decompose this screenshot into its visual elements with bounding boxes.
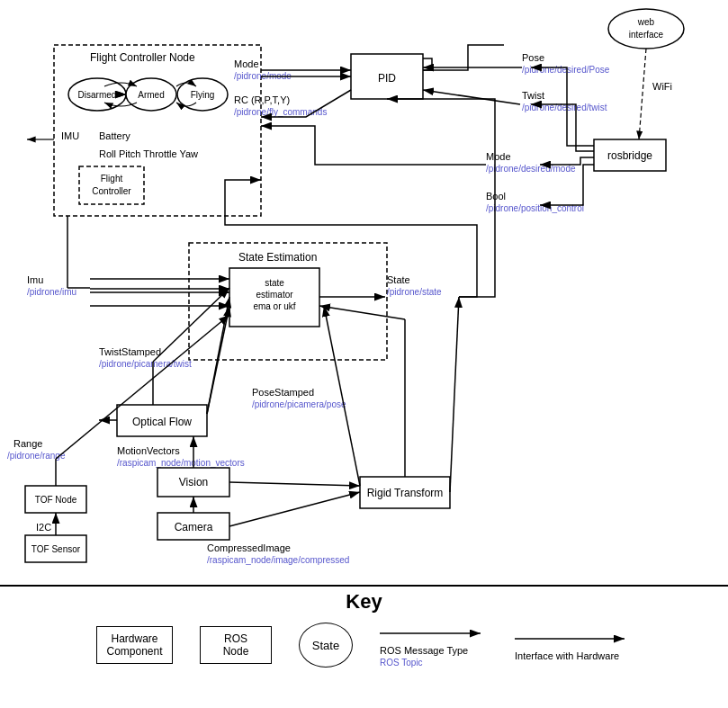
key-interface-label: Interface with Hardware (515, 650, 619, 661)
tof-node-label: TOF Node (35, 495, 77, 505)
i2c-label: I2C (36, 522, 51, 533)
key-ros-node-box: ROS Node (200, 626, 272, 664)
web-to-rosbridge-arrow (639, 49, 646, 139)
key-hardware-box: Hardware Component (96, 626, 173, 664)
key-interface-hardware: Interface with Hardware (515, 629, 632, 661)
twist-label: Twist (522, 90, 544, 101)
key-ros-node-label: ROS Node (210, 632, 262, 658)
web-interface-shape (608, 9, 684, 49)
rc-label: RC (R,P,T,Y) (234, 94, 290, 105)
range-label: Range (13, 438, 42, 449)
key-message-row: ROS Message Type ROS Topic (380, 623, 488, 668)
key-ros-message: ROS Message Type ROS Topic (380, 623, 488, 668)
state-topic: /pidrone/state (387, 287, 442, 297)
key-interface-arrow-svg (515, 629, 632, 649)
key-message-label: ROS Message Type (380, 645, 468, 656)
key-state: State (299, 623, 353, 668)
compressed-image-label: CompressedImage (207, 542, 291, 553)
rosbridge-label: rosbridge (607, 149, 652, 162)
imu-label: IMU (61, 130, 79, 141)
rt-state-arrow (450, 297, 459, 492)
twist-stamped-label: TwistStamped (99, 346, 161, 357)
pose-label: Pose (522, 52, 544, 63)
flight-controller-inner-label1: Flight (101, 174, 123, 184)
key-message-arrow-line (380, 623, 488, 643)
flight-controller-inner-box (79, 166, 144, 204)
wifi-label: WiFi (652, 81, 672, 92)
flying-label: Flying (191, 90, 215, 100)
web-interface-label1: web (637, 17, 655, 27)
key-state-label: State (312, 639, 339, 652)
flight-controller-node-label: Flight Controller Node (90, 51, 195, 64)
tof-sensor-label: TOF Sensor (31, 544, 81, 554)
desired-pose-topic: /pidrone/desired/Pose (522, 65, 610, 75)
pid-label: PID (378, 72, 396, 85)
state-estimator-label2: estimator (256, 290, 293, 300)
key-interface-arrow-line (515, 629, 632, 649)
key-message-arrow-svg (380, 623, 488, 643)
roll-pitch-label: Roll Pitch Throttle Yaw (99, 148, 198, 159)
pid-top-right-path (423, 45, 504, 70)
imu-out-label: Imu (27, 274, 43, 285)
state-estimation-label: State Estimation (238, 251, 317, 264)
key-state-circle: State (299, 623, 353, 668)
key-items: Hardware Component ROS Node State (96, 623, 632, 668)
key-ros-node: ROS Node (200, 626, 272, 664)
pose-stamped-label: PoseStamped (252, 387, 314, 398)
web-interface-label2: interface (629, 30, 664, 40)
twist-to-pid-arrow (423, 90, 520, 104)
vision-label: Vision (179, 476, 208, 488)
desired-mode-label: Mode (486, 151, 511, 162)
picamera-pose-topic: /pidrone/picamera/pose (252, 399, 346, 409)
flight-controller-inner-label2: Controller (92, 186, 131, 196)
optical-flow-label: Optical Flow (132, 416, 192, 428)
key-title: Key (346, 590, 382, 614)
battery-label: Battery (99, 130, 130, 141)
range-to-se-arrow (56, 315, 229, 459)
state-estimator-label1: state (265, 278, 284, 288)
key-interface-row: Interface with Hardware (515, 629, 632, 661)
key-section: Key Hardware Component ROS Node State (0, 585, 728, 708)
state-out-label: State (387, 274, 410, 285)
key-hardware-label: Hardware Component (106, 632, 162, 658)
range-topic: /pidrone/range (7, 451, 66, 461)
image-compressed-topic: /raspicam_node/image/compressed (207, 555, 349, 565)
diagram-area: Flight Controller Node Disarmed Armed Fl… (0, 0, 728, 585)
desired-mode-to-fc-arrow (261, 126, 486, 165)
key-ros-topic-label: ROS Topic (380, 658, 423, 668)
camera-to-rt-arrow (229, 492, 360, 526)
camera-label: Camera (175, 521, 213, 533)
motion-vectors-label: MotionVectors (117, 445, 180, 456)
armed-label: Armed (138, 90, 164, 100)
vision-to-rt-arrow (229, 482, 360, 486)
state-estimator-label3: ema or ukf (253, 301, 295, 311)
rigid-transform-label: Rigid Transform (367, 487, 444, 499)
key-hardware-component: Hardware Component (96, 626, 173, 664)
bool-label: Bool (486, 191, 506, 202)
state-to-pid-path (387, 99, 495, 297)
mode-label-out: Mode (234, 58, 259, 69)
motion-vectors-topic: /raspicam_node/motion_vectors (117, 458, 245, 468)
picamera-twist-topic: /pidrone/picamera/twist (99, 359, 192, 369)
disarmed-label: Disarmed (78, 90, 117, 100)
